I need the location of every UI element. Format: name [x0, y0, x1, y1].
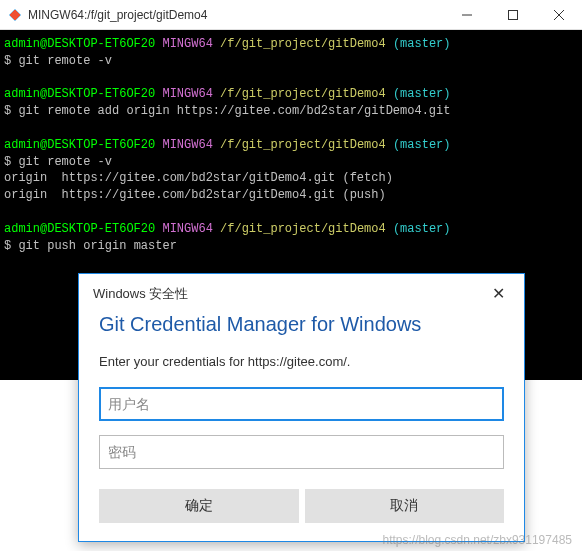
prompt-dollar: $ [4, 155, 11, 169]
dialog-header: Windows 安全性 ✕ [79, 274, 524, 309]
command-text: git push origin master [18, 239, 176, 253]
prompt-branch: (master) [393, 222, 451, 236]
app-icon [8, 8, 22, 22]
prompt-env: MINGW64 [162, 87, 212, 101]
dialog-button-row: 确定 取消 [99, 489, 504, 523]
prompt-path: /f/git_project/gitDemo4 [220, 37, 386, 51]
window-titlebar: MINGW64:/f/git_project/gitDemo4 [0, 0, 582, 30]
prompt-user: admin@DESKTOP-ET6OF20 [4, 138, 155, 152]
close-button[interactable] [536, 0, 582, 30]
minimize-button[interactable] [444, 0, 490, 30]
output-line: origin https://gitee.com/bd2star/gitDemo… [4, 171, 393, 185]
cancel-button[interactable]: 取消 [305, 489, 505, 523]
maximize-button[interactable] [490, 0, 536, 30]
window-controls [444, 0, 582, 30]
prompt-path: /f/git_project/gitDemo4 [220, 87, 386, 101]
prompt-path: /f/git_project/gitDemo4 [220, 222, 386, 236]
svg-rect-3 [509, 10, 518, 19]
prompt-dollar: $ [4, 239, 11, 253]
prompt-dollar: $ [4, 54, 11, 68]
prompt-env: MINGW64 [162, 222, 212, 236]
window-title: MINGW64:/f/git_project/gitDemo4 [28, 8, 444, 22]
prompt-user: admin@DESKTOP-ET6OF20 [4, 222, 155, 236]
prompt-path: /f/git_project/gitDemo4 [220, 138, 386, 152]
svg-marker-0 [9, 9, 21, 21]
prompt-user: admin@DESKTOP-ET6OF20 [4, 87, 155, 101]
command-text: git remote add origin https://gitee.com/… [18, 104, 450, 118]
credential-dialog: Windows 安全性 ✕ Git Credential Manager for… [78, 273, 525, 542]
command-text: git remote -v [18, 155, 112, 169]
dialog-title: Git Credential Manager for Windows [99, 313, 504, 336]
username-field[interactable] [99, 387, 504, 421]
command-text: git remote -v [18, 54, 112, 68]
dialog-body: Git Credential Manager for Windows Enter… [79, 309, 524, 541]
prompt-env: MINGW64 [162, 37, 212, 51]
watermark-text: https://blog.csdn.net/zbx931197485 [383, 533, 572, 547]
prompt-env: MINGW64 [162, 138, 212, 152]
prompt-branch: (master) [393, 37, 451, 51]
prompt-user: admin@DESKTOP-ET6OF20 [4, 37, 155, 51]
password-field[interactable] [99, 435, 504, 469]
ok-button[interactable]: 确定 [99, 489, 299, 523]
prompt-branch: (master) [393, 87, 451, 101]
prompt-dollar: $ [4, 104, 11, 118]
dialog-instruction: Enter your credentials for https://gitee… [99, 354, 504, 369]
output-line: origin https://gitee.com/bd2star/gitDemo… [4, 188, 386, 202]
dialog-security-label: Windows 安全性 [93, 285, 486, 303]
close-icon[interactable]: ✕ [486, 284, 510, 303]
prompt-branch: (master) [393, 138, 451, 152]
